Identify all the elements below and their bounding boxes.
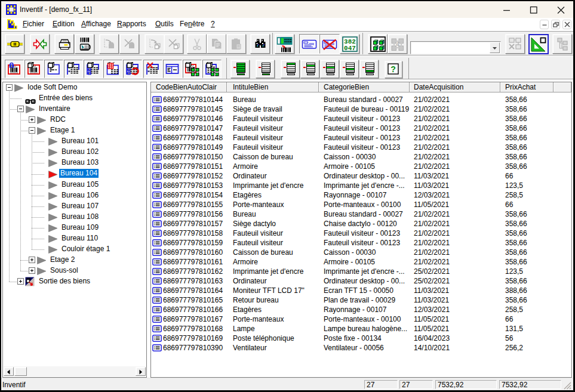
svg-text:047: 047 <box>344 44 356 51</box>
svg-text:4: 4 <box>396 41 399 48</box>
svg-text:?: ? <box>390 64 396 74</box>
